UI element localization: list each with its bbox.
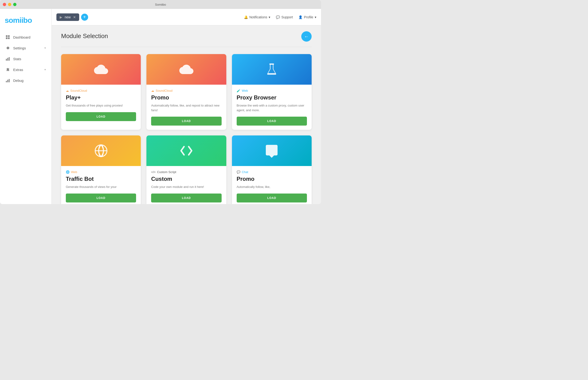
- sidebar-item-debug-label: Debug: [13, 78, 23, 82]
- profile-button[interactable]: 👤 Profile ▾: [299, 15, 316, 19]
- module-desc-traffic: Generate thousands of views for your: [66, 185, 136, 189]
- stats-icon: [6, 57, 10, 61]
- svg-rect-8: [7, 80, 8, 82]
- code-icon: [179, 144, 194, 158]
- module-card-body-custom-script: </> Custom Script Custom Code your own m…: [146, 166, 226, 204]
- module-desc-chat-promo: Automatically follow, like,: [237, 185, 307, 189]
- sidebar-item-stats[interactable]: Stats: [0, 53, 52, 64]
- module-name-chat-promo: Promo: [237, 176, 307, 182]
- module-card-header-soundcloud-promo: [146, 54, 226, 85]
- tab-arrow-icon: ▶: [60, 15, 62, 19]
- support-button[interactable]: 💬 Support: [276, 15, 293, 19]
- module-card-body-soundcloud-promo: ☁ SoundCloud Promo Automatically follow,…: [146, 85, 226, 130]
- chevron-down-icon-extras: ▾: [44, 68, 46, 71]
- module-desc-proxy: Browse the web with a custom proxy, cust…: [237, 103, 307, 113]
- load-button-promo[interactable]: LOAD: [151, 117, 221, 126]
- close-button[interactable]: [3, 3, 6, 6]
- load-button-traffic[interactable]: LOAD: [66, 193, 136, 203]
- module-name-custom: Custom: [151, 176, 221, 182]
- module-name-traffic: Traffic Bot: [66, 176, 136, 182]
- load-button-play[interactable]: LOAD: [66, 112, 136, 121]
- module-category-web-proxy: 🧪 Web: [237, 89, 307, 93]
- chevron-down-icon: ▾: [44, 46, 46, 50]
- module-card-header-custom-script: [146, 135, 226, 166]
- module-desc-custom: Code your own module and run it here!: [151, 185, 221, 189]
- current-tab[interactable]: ▶ new ✕: [56, 13, 79, 21]
- sidebar-item-settings-label: Settings: [13, 46, 26, 50]
- back-button[interactable]: ←: [301, 31, 312, 42]
- sidebar-item-dashboard[interactable]: Dashboard: [0, 32, 52, 42]
- module-card-traffic-bot: 🌐 Web Traffic Bot Generate thousands of …: [61, 135, 141, 204]
- page-area: Module Selection ← ☁ SoundCloud: [52, 25, 321, 204]
- main-content: ▶ new ✕ + 🔔 Notifications ▾ 💬 Support 👤: [52, 9, 321, 204]
- module-card-body-chat-promo: 💬 Chat Promo Automatically follow, like,…: [232, 166, 312, 204]
- module-card-header-web-proxy: [232, 54, 312, 85]
- app-container: somiibo Dashboard: [0, 9, 321, 204]
- module-category-soundcloud-promo: ☁ SoundCloud: [151, 89, 221, 93]
- maximize-button[interactable]: [13, 3, 17, 6]
- svg-rect-2: [6, 38, 8, 39]
- dashboard-icon: [6, 35, 10, 39]
- load-button-chat-promo[interactable]: LOAD: [237, 193, 307, 203]
- module-grid: ☁ SoundCloud Play+ Get thousands of free…: [61, 54, 312, 204]
- svg-rect-5: [7, 58, 8, 61]
- nav-items: Dashboard Settings ▾: [0, 32, 52, 86]
- module-desc-promo: Automatically follow, like, and repost t…: [151, 103, 221, 113]
- tab-area: ▶ new ✕ +: [56, 13, 88, 21]
- window-controls: [3, 3, 17, 6]
- category-flask-icon: 🧪: [237, 89, 240, 93]
- module-card-soundcloud-promo: ☁ SoundCloud Promo Automatically follow,…: [146, 54, 226, 130]
- profile-icon: 👤: [299, 15, 303, 19]
- sidebar-item-extras[interactable]: Extras ▾: [0, 64, 52, 75]
- category-globe-icon: 🌐: [66, 170, 70, 174]
- sidebar-item-dashboard-label: Dashboard: [13, 35, 30, 39]
- module-category-chat-promo: 💬 Chat: [237, 170, 307, 174]
- load-button-custom[interactable]: LOAD: [151, 193, 221, 203]
- module-card-body-soundcloud-play: ☁ SoundCloud Play+ Get thousands of free…: [61, 85, 141, 125]
- svg-rect-1: [8, 35, 10, 37]
- title-bar: Somiibo: [0, 0, 321, 9]
- module-category-custom-script: </> Custom Script: [151, 170, 221, 174]
- profile-chevron-icon: ▾: [315, 15, 316, 19]
- svg-rect-4: [6, 59, 7, 61]
- module-card-soundcloud-play: ☁ SoundCloud Play+ Get thousands of free…: [61, 54, 141, 130]
- category-chat-icon: 💬: [237, 170, 240, 174]
- chat-icon: [265, 144, 279, 158]
- module-name-proxy: Proxy Browser: [237, 94, 307, 101]
- notifications-button[interactable]: 🔔 Notifications ▾: [244, 15, 270, 19]
- svg-rect-10: [269, 63, 274, 65]
- module-category-traffic-bot: 🌐 Web: [66, 170, 136, 174]
- tab-close-icon[interactable]: ✕: [73, 15, 76, 19]
- svg-rect-7: [6, 81, 7, 82]
- svg-rect-9: [9, 79, 10, 82]
- tab-name: new: [65, 15, 71, 19]
- add-tab-button[interactable]: +: [81, 14, 88, 21]
- bell-icon: 🔔: [244, 15, 248, 19]
- cloud-icon: [94, 62, 108, 76]
- minimize-button[interactable]: [8, 3, 11, 6]
- module-category-soundcloud-play: ☁ SoundCloud: [66, 89, 136, 93]
- top-bar-right: 🔔 Notifications ▾ 💬 Support 👤 Profile ▾: [244, 15, 316, 19]
- sidebar-item-debug[interactable]: Debug: [0, 75, 52, 86]
- load-button-proxy[interactable]: LOAD: [237, 117, 307, 126]
- logo-area: somiibo: [0, 14, 52, 32]
- divider: [61, 47, 312, 47]
- support-label: Support: [281, 15, 293, 19]
- sidebar-item-settings[interactable]: Settings ▾: [0, 42, 52, 53]
- profile-label: Profile: [304, 15, 313, 19]
- top-bar: ▶ new ✕ + 🔔 Notifications ▾ 💬 Support 👤: [52, 9, 321, 25]
- module-card-header-traffic-bot: [61, 135, 141, 166]
- module-card-web-proxy: 🧪 Web Proxy Browser Browse the web with …: [232, 54, 312, 130]
- logo: somiibo: [5, 16, 32, 25]
- module-name-play: Play+: [66, 94, 136, 101]
- module-card-header-soundcloud-play: [61, 54, 141, 85]
- category-cloud-icon: ☁: [66, 89, 69, 93]
- module-card-chat-promo: 💬 Chat Promo Automatically follow, like,…: [232, 135, 312, 204]
- page-title: Module Selection: [61, 33, 312, 40]
- debug-icon: [6, 78, 10, 82]
- module-card-body-web-proxy: 🧪 Web Proxy Browser Browse the web with …: [232, 85, 312, 130]
- extras-icon: [6, 68, 10, 72]
- svg-rect-3: [8, 38, 10, 39]
- svg-rect-0: [6, 35, 8, 37]
- notifications-label: Notifications: [249, 15, 267, 19]
